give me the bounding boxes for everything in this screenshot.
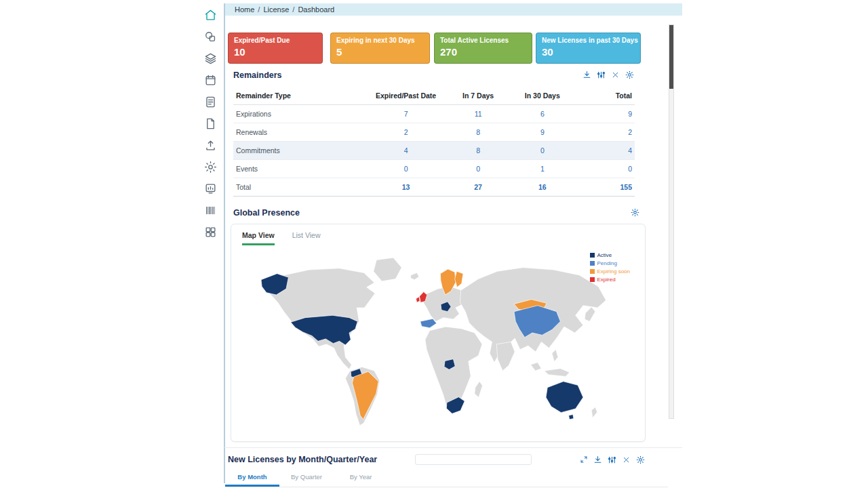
download-icon[interactable] — [593, 455, 603, 465]
legend-swatch — [590, 253, 595, 258]
global-presence-title: Global Presence — [233, 208, 300, 218]
map-greenland[interactable] — [374, 258, 401, 281]
close-icon[interactable] — [610, 70, 620, 80]
map-spain-pending[interactable] — [420, 319, 437, 327]
col-remainder-type: Remainder Type — [233, 87, 366, 105]
new-licenses-toolbar — [578, 455, 646, 465]
scrollbar-track[interactable] — [669, 24, 674, 419]
filter-sliders-icon[interactable] — [596, 70, 606, 80]
map-iceland[interactable] — [411, 273, 419, 280]
map-ireland-expired[interactable] — [416, 297, 420, 302]
row-value[interactable]: 155 — [574, 178, 635, 197]
layers-icon[interactable] — [204, 52, 217, 65]
row-value[interactable]: 8 — [446, 123, 511, 142]
world-map-svg[interactable] — [248, 248, 628, 430]
expand-icon[interactable] — [578, 455, 589, 465]
map-australia-active[interactable] — [546, 382, 583, 413]
calendar-icon[interactable] — [204, 74, 217, 87]
card-new-licenses[interactable]: New Licenses in past 30 Days 30 — [536, 33, 641, 64]
row-value[interactable]: 27 — [446, 178, 511, 197]
row-value[interactable]: 0 — [510, 142, 574, 160]
list-icon[interactable] — [204, 96, 217, 108]
gear-icon[interactable] — [635, 455, 646, 465]
table-row-renewals: Renewals 2 8 9 2 — [233, 123, 635, 142]
report-icon[interactable] — [204, 182, 217, 195]
row-value[interactable]: 9 — [510, 123, 574, 142]
row-type: Commitments — [233, 142, 366, 160]
card-label: Total Active Licenses — [440, 37, 526, 44]
breadcrumb-dashboard[interactable]: Dashboard — [298, 5, 334, 14]
map-new-zealand[interactable] — [591, 407, 597, 418]
card-expiring-30-days[interactable]: Expiring in next 30 Days 5 — [330, 33, 430, 64]
row-value[interactable]: 0 — [574, 160, 635, 178]
legend-label: Active — [597, 252, 612, 258]
row-value[interactable]: 4 — [574, 142, 635, 160]
legend-swatch — [590, 261, 595, 266]
barcode-icon[interactable] — [204, 204, 217, 217]
map-indonesia[interactable] — [545, 369, 570, 377]
apps-grid-icon[interactable] — [204, 226, 217, 239]
map-africa[interactable] — [425, 327, 482, 411]
card-expired-past-due[interactable]: Expired/Past Due 10 — [228, 33, 323, 64]
breadcrumb-home[interactable]: Home — [235, 5, 254, 14]
row-value[interactable]: 9 — [574, 105, 635, 123]
gear-icon[interactable] — [630, 207, 640, 218]
breadcrumb-separator: / — [258, 5, 260, 14]
close-icon[interactable] — [621, 455, 631, 465]
section-divider — [224, 447, 682, 448]
home-icon[interactable] — [204, 9, 217, 22]
col-total: Total — [574, 87, 635, 105]
global-presence-header: Global Presence — [233, 207, 640, 218]
scrollbar-thumb[interactable] — [669, 25, 673, 89]
tab-by-year[interactable]: By Year — [334, 469, 388, 487]
row-value[interactable]: 11 — [446, 105, 511, 123]
row-value[interactable]: 1 — [510, 160, 574, 178]
map-philippines[interactable] — [552, 350, 558, 362]
tab-by-quarter[interactable]: By Quarter — [279, 469, 334, 487]
row-value[interactable]: 0 — [366, 160, 446, 178]
map-indonesia[interactable] — [531, 363, 542, 371]
row-value[interactable]: 7 — [366, 105, 446, 123]
row-value[interactable]: 4 — [366, 142, 446, 160]
tab-map-view[interactable]: Map View — [242, 231, 275, 245]
new-licenses-tabs: By Month By Quarter By Year — [225, 469, 668, 487]
new-licenses-title: New Licenses by Month/Quarter/Year — [228, 455, 377, 464]
tab-by-month[interactable]: By Month — [225, 469, 279, 487]
legend-label: Expired — [597, 277, 616, 283]
row-value[interactable]: 16 — [510, 178, 574, 197]
col-expired-past-date: Expired/Past Date — [366, 87, 446, 105]
gear-icon[interactable] — [625, 70, 635, 80]
row-value[interactable]: 13 — [366, 178, 446, 197]
col-in-30-days: In 30 Days — [510, 87, 574, 105]
global-presence-toolbar — [630, 207, 640, 218]
settings-icon[interactable] — [204, 161, 217, 174]
download-icon[interactable] — [582, 70, 592, 80]
map-tasmania-active[interactable] — [569, 414, 574, 419]
legend-item-pending: Pending — [590, 260, 630, 266]
map-japan[interactable] — [585, 307, 595, 321]
upload-icon[interactable] — [204, 139, 217, 152]
card-total-active[interactable]: Total Active Licenses 270 — [434, 33, 532, 64]
legend-swatch — [590, 277, 595, 282]
map-finland-expiring[interactable] — [455, 271, 463, 287]
breadcrumb: Home/License/Dashboard — [225, 3, 682, 16]
world-map: Active Pending Expiring soon Expired — [231, 248, 645, 435]
map-india[interactable] — [496, 342, 515, 371]
breadcrumb-separator: / — [292, 5, 294, 14]
row-value[interactable]: 2 — [574, 123, 635, 142]
sidebar — [197, 0, 224, 488]
row-type: Renewals — [233, 123, 366, 142]
tab-list-view[interactable]: List View — [292, 231, 321, 245]
card-value: 5 — [336, 46, 424, 58]
document-icon[interactable] — [204, 117, 217, 130]
row-value[interactable]: 2 — [366, 123, 446, 142]
map-madagascar[interactable] — [475, 382, 483, 398]
table-row-total: Total 13 27 16 155 — [233, 178, 635, 197]
row-value[interactable]: 6 — [510, 105, 574, 123]
breadcrumb-license[interactable]: License — [263, 5, 289, 14]
row-type: Total — [233, 178, 366, 197]
license-icon[interactable] — [204, 30, 217, 43]
row-value[interactable]: 8 — [446, 142, 511, 160]
filter-sliders-icon[interactable] — [607, 455, 617, 465]
row-value[interactable]: 0 — [446, 160, 511, 178]
